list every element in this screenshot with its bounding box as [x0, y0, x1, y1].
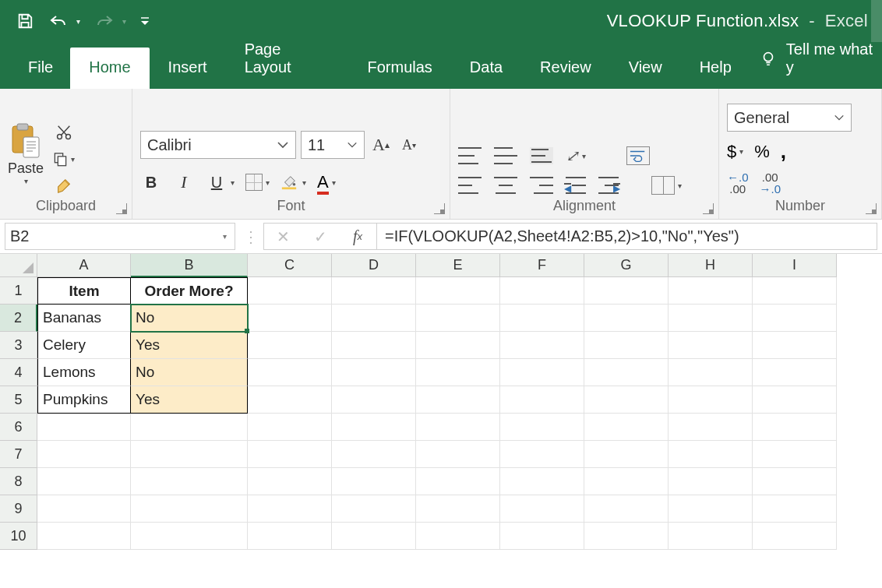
- paste-button[interactable]: Paste ▾: [8, 118, 44, 185]
- cell-C4[interactable]: [248, 359, 332, 386]
- cell-I1[interactable]: [753, 277, 837, 305]
- italic-button[interactable]: I: [173, 170, 195, 195]
- decrease-decimal-icon[interactable]: .00→.0: [760, 171, 781, 195]
- cell-B2[interactable]: No: [131, 305, 248, 332]
- cell-A9[interactable]: [37, 495, 131, 523]
- increase-decimal-icon[interactable]: ←.0.00: [727, 171, 749, 195]
- cell-F6[interactable]: [500, 414, 584, 441]
- column-header-F[interactable]: F: [500, 254, 584, 277]
- tab-formulas[interactable]: Formulas: [348, 48, 450, 89]
- align-left-icon[interactable]: [458, 177, 482, 194]
- cell-E8[interactable]: [416, 468, 500, 495]
- cell-B10[interactable]: [131, 523, 248, 550]
- font-launcher-icon[interactable]: [434, 203, 445, 214]
- tab-view[interactable]: View: [610, 48, 681, 89]
- cell-E1[interactable]: [416, 277, 500, 305]
- cell-D2[interactable]: [332, 305, 416, 332]
- number-launcher-icon[interactable]: [866, 203, 877, 214]
- alignment-launcher-icon[interactable]: [703, 203, 714, 214]
- merge-button[interactable]: ▾: [651, 176, 682, 195]
- cell-H10[interactable]: [669, 523, 753, 550]
- cell-A7[interactable]: [37, 441, 131, 468]
- cell-G9[interactable]: [584, 495, 669, 523]
- percent-button[interactable]: %: [754, 142, 770, 162]
- cell-E6[interactable]: [416, 414, 500, 441]
- cell-B7[interactable]: [131, 441, 248, 468]
- cell-H9[interactable]: [669, 495, 753, 523]
- cell-B5[interactable]: Yes: [131, 386, 248, 414]
- cell-I8[interactable]: [753, 468, 837, 495]
- cell-C10[interactable]: [248, 523, 332, 550]
- row-header-3[interactable]: 3: [0, 332, 37, 359]
- cell-C6[interactable]: [248, 414, 332, 441]
- font-color-button[interactable]: A ▾: [317, 172, 336, 192]
- column-header-E[interactable]: E: [416, 254, 500, 277]
- cell-I6[interactable]: [753, 414, 837, 441]
- fill-color-button[interactable]: ▾: [280, 174, 306, 191]
- cell-G7[interactable]: [584, 441, 669, 468]
- cell-D3[interactable]: [332, 332, 416, 359]
- formula-input[interactable]: =IF(VLOOKUP(A2,Sheet4!A2:B5,2)>10,"No","…: [377, 223, 877, 250]
- cell-C7[interactable]: [248, 441, 332, 468]
- cell-D6[interactable]: [332, 414, 416, 441]
- cell-B4[interactable]: No: [131, 359, 248, 386]
- cell-H2[interactable]: [669, 305, 753, 332]
- cell-G6[interactable]: [584, 414, 669, 441]
- cell-H6[interactable]: [669, 414, 753, 441]
- fx-icon[interactable]: fx: [339, 227, 376, 245]
- increase-font-icon[interactable]: A▴: [369, 132, 393, 158]
- cell-D4[interactable]: [332, 359, 416, 386]
- row-header-7[interactable]: 7: [0, 441, 37, 468]
- undo-icon[interactable]: [48, 13, 69, 29]
- cell-C1[interactable]: [248, 277, 332, 305]
- cut-icon[interactable]: [53, 123, 75, 142]
- cell-E4[interactable]: [416, 359, 500, 386]
- cell-I4[interactable]: [753, 359, 837, 386]
- tab-insert[interactable]: Insert: [150, 48, 226, 89]
- cell-I5[interactable]: [753, 386, 837, 414]
- cell-E5[interactable]: [416, 386, 500, 414]
- cell-E9[interactable]: [416, 495, 500, 523]
- cell-D7[interactable]: [332, 441, 416, 468]
- row-header-9[interactable]: 9: [0, 495, 37, 523]
- font-name-combo[interactable]: Calibri: [140, 131, 296, 159]
- tab-file[interactable]: File: [17, 48, 70, 89]
- cell-A3[interactable]: Celery: [37, 332, 131, 359]
- align-bottom-icon[interactable]: [530, 147, 553, 164]
- cell-E10[interactable]: [416, 523, 500, 550]
- tab-review[interactable]: Review: [521, 48, 610, 89]
- cell-A10[interactable]: [37, 523, 131, 550]
- cell-C2[interactable]: [248, 305, 332, 332]
- cell-A2[interactable]: Bananas: [37, 305, 131, 332]
- cell-E3[interactable]: [416, 332, 500, 359]
- cell-H3[interactable]: [669, 332, 753, 359]
- row-header-2[interactable]: 2: [0, 305, 37, 332]
- cell-H1[interactable]: [669, 277, 753, 305]
- redo-more-icon[interactable]: ▾: [122, 17, 126, 26]
- cell-H8[interactable]: [669, 468, 753, 495]
- cell-E2[interactable]: [416, 305, 500, 332]
- cell-G1[interactable]: [584, 277, 669, 305]
- cell-G4[interactable]: [584, 359, 669, 386]
- cell-F2[interactable]: [500, 305, 584, 332]
- font-size-combo[interactable]: 11: [301, 131, 365, 159]
- cell-D8[interactable]: [332, 468, 416, 495]
- cell-A5[interactable]: Pumpkins: [37, 386, 131, 414]
- cell-F9[interactable]: [500, 495, 584, 523]
- column-header-H[interactable]: H: [669, 254, 753, 277]
- comma-button[interactable]: ,: [781, 139, 786, 164]
- tab-data[interactable]: Data: [451, 48, 521, 89]
- cancel-formula-icon[interactable]: ✕: [264, 227, 302, 246]
- row-header-10[interactable]: 10: [0, 523, 37, 550]
- increase-indent-icon[interactable]: ▶: [598, 177, 619, 194]
- cell-C8[interactable]: [248, 468, 332, 495]
- clipboard-launcher-icon[interactable]: [116, 203, 127, 214]
- cell-C9[interactable]: [248, 495, 332, 523]
- cell-F5[interactable]: [500, 386, 584, 414]
- cell-F4[interactable]: [500, 359, 584, 386]
- redo-icon[interactable]: [94, 13, 115, 29]
- save-icon[interactable]: [16, 12, 34, 30]
- cell-I7[interactable]: [753, 441, 837, 468]
- cell-G8[interactable]: [584, 468, 669, 495]
- cell-B9[interactable]: [131, 495, 248, 523]
